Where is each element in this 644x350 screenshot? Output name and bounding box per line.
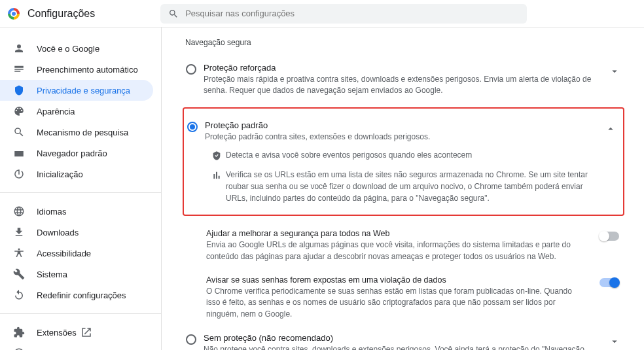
header-bar: Configurações: [0, 0, 644, 27]
sidebar-item-extensions[interactable]: Extensões: [0, 322, 153, 343]
sidebar-label: Navegador padrão: [37, 149, 107, 158]
detail-verifies: Verifica se os URLs estão em uma lista d…: [184, 165, 620, 208]
accessibility-icon: [13, 247, 25, 259]
chevron-down-icon: [609, 336, 620, 347]
sidebar-item-privacy[interactable]: Privacidade e segurança: [0, 80, 153, 101]
expand-button[interactable]: [609, 336, 620, 349]
chevron-down-icon: [609, 65, 620, 77]
sidebar-item-reset[interactable]: Redefinir configurações: [0, 285, 153, 306]
sidebar-item-autofill[interactable]: Preenchimento automático: [0, 59, 153, 80]
sidebar-label: Idiomas: [37, 207, 67, 217]
person-icon: [13, 43, 25, 54]
option-desc: Proteção mais rápida e proativa contra s…: [204, 74, 601, 97]
section-title: Navegação segura: [183, 38, 624, 47]
startup-icon: [13, 168, 25, 180]
external-link-icon: [80, 326, 92, 338]
highlighted-standard-option: Proteção padrão Proteção padrão contra s…: [183, 107, 624, 216]
divider: [0, 192, 161, 193]
sidebar-label: Sistema: [37, 270, 67, 279]
sidebar-item-default-browser[interactable]: Navegador padrão: [0, 143, 153, 164]
shield-check-icon: [211, 150, 222, 161]
sidebar-item-languages[interactable]: Idiomas: [0, 201, 153, 222]
radio-standard[interactable]: [184, 120, 201, 132]
option-enhanced-protection[interactable]: Proteção reforçada Proteção mais rápida …: [183, 56, 624, 103]
browser-icon: [13, 147, 25, 159]
sidebar-item-you-and-google[interactable]: Você e o Google: [0, 38, 153, 59]
sidebar-item-startup[interactable]: Inicialização: [0, 164, 153, 184]
content-area: Navegação segura Proteção reforçada Prot…: [161, 27, 644, 350]
toggle-switch-help-improve[interactable]: [599, 232, 619, 241]
radio-enhanced[interactable]: [183, 63, 200, 75]
bar-chart-icon: [211, 170, 222, 181]
search-input[interactable]: [185, 9, 519, 18]
chevron-up-icon: [605, 123, 617, 135]
sidebar-label: Aparência: [37, 107, 75, 116]
toggle-title: Ajudar a melhorar a segurança para todos…: [206, 229, 580, 238]
sidebar: Você e o Google Preenchimento automático…: [0, 27, 161, 350]
globe-icon: [13, 205, 25, 217]
page-title: Configurações: [27, 8, 95, 20]
sidebar-item-search-engine[interactable]: Mecanismo de pesquisa: [0, 122, 153, 143]
sidebar-label: Redefinir configurações: [37, 290, 126, 300]
option-no-protection[interactable]: Sem proteção (não recomendado) Não prote…: [183, 326, 624, 350]
reset-icon: [13, 289, 25, 301]
option-title: Proteção padrão: [205, 120, 597, 130]
sidebar-label: Acessibilidade: [37, 249, 91, 258]
toggle-password-warn: Avisar se suas senhas forem expostas em …: [183, 269, 624, 326]
toggle-desc: O Chrome verifica periodicamente se suas…: [206, 286, 580, 320]
download-icon: [13, 226, 25, 238]
sidebar-label: Downloads: [37, 228, 79, 237]
sidebar-label: Mecanismo de pesquisa: [37, 128, 128, 137]
option-title: Proteção reforçada: [204, 63, 601, 73]
collapse-button[interactable]: [605, 123, 617, 137]
divider: [0, 313, 161, 314]
search-icon: [13, 126, 25, 138]
detail-text: Verifica se os URLs estão em uma lista d…: [226, 169, 615, 204]
chrome-icon: [13, 347, 25, 350]
detail-detects: Detecta e avisa você sobre eventos perig…: [184, 145, 620, 165]
sidebar-item-accessibility[interactable]: Acessibilidade: [0, 243, 153, 264]
toggle-switch-password-warn[interactable]: [599, 278, 619, 287]
sidebar-item-system[interactable]: Sistema: [0, 264, 153, 285]
sidebar-item-appearance[interactable]: Aparência: [0, 101, 153, 122]
shield-icon: [13, 84, 25, 96]
autofill-icon: [13, 63, 25, 75]
search-icon: [168, 9, 179, 19]
sidebar-label: Preenchimento automático: [37, 65, 138, 75]
palette-icon: [13, 105, 25, 117]
toggle-title: Avisar se suas senhas forem expostas em …: [206, 275, 580, 285]
option-title: Sem proteção (não recomendado): [204, 333, 601, 343]
system-icon: [13, 268, 25, 280]
expand-button[interactable]: [609, 65, 620, 79]
sidebar-label: Extensões: [37, 328, 77, 338]
sidebar-label: Você e o Google: [37, 44, 99, 54]
option-standard-protection[interactable]: Proteção padrão Proteção padrão contra s…: [184, 114, 620, 145]
search-box[interactable]: [160, 4, 527, 24]
toggle-desc: Envia ao Google URLs de algumas páginas …: [206, 239, 580, 262]
option-desc: Não protege você contra sites, downloads…: [204, 344, 601, 350]
toggle-help-improve: Ajudar a melhorar a segurança para todos…: [183, 222, 624, 269]
sidebar-label: Inicialização: [37, 169, 83, 179]
chrome-logo-icon: [8, 8, 20, 20]
option-desc: Proteção padrão contra sites, extensões …: [205, 131, 597, 143]
sidebar-label: Privacidade e segurança: [37, 86, 130, 96]
radio-none[interactable]: [183, 333, 200, 345]
sidebar-item-downloads[interactable]: Downloads: [0, 222, 153, 243]
detail-text: Detecta e avisa você sobre eventos perig…: [226, 149, 615, 161]
sidebar-item-about[interactable]: Sobre o Google Chrome: [0, 343, 153, 350]
extensions-icon: [13, 326, 25, 338]
